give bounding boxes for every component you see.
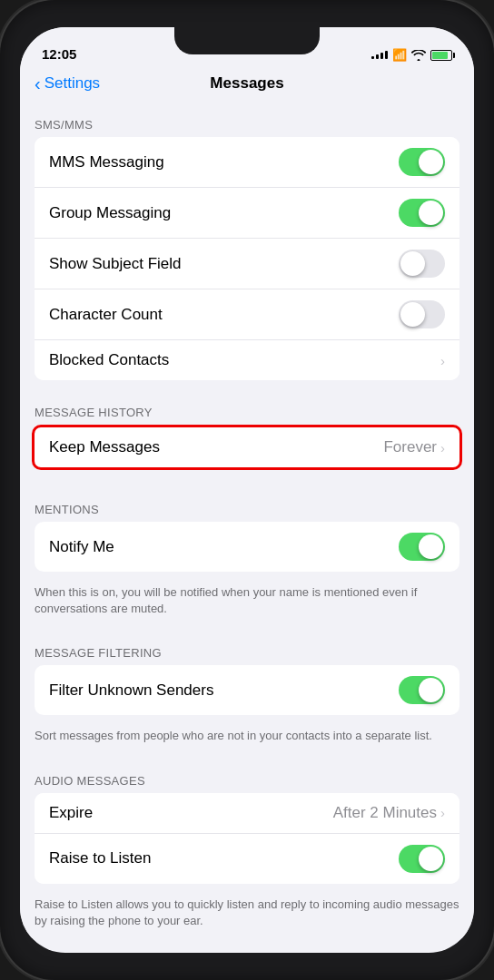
nav-bar: ‹ Settings Messages — [20, 67, 474, 100]
show-subject-field-row[interactable]: Show Subject Field — [35, 239, 459, 289]
mms-messaging-row[interactable]: MMS Messaging — [35, 137, 459, 188]
settings-content: SMS/MMS MMS Messaging Group Messaging Sh… — [20, 100, 474, 938]
toggle-thumb — [419, 534, 443, 559]
audio-description: Raise to Listen allows you to quickly li… — [20, 891, 474, 938]
sms-mms-group: MMS Messaging Group Messaging Show Subje… — [35, 137, 459, 380]
section-header-mentions: MENTIONS — [20, 485, 474, 522]
keep-messages-value: Forever › — [383, 438, 445, 456]
filtering-group: Filter Unknown Senders — [35, 665, 459, 715]
toggle-thumb — [419, 150, 443, 174]
character-count-row[interactable]: Character Count — [35, 289, 459, 340]
chevron-right-icon: › — [440, 440, 445, 456]
raise-to-listen-label: Raise to Listen — [49, 849, 151, 867]
back-label: Settings — [44, 74, 100, 93]
notify-me-toggle[interactable] — [399, 533, 445, 561]
mms-messaging-toggle[interactable] — [399, 148, 445, 176]
show-subject-field-toggle[interactable] — [399, 250, 445, 278]
signal-icon — [371, 51, 388, 59]
expire-label: Expire — [49, 804, 93, 822]
section-header-filtering: MESSAGE FILTERING — [20, 628, 474, 665]
toggle-thumb — [419, 201, 443, 225]
chevron-right-icon: › — [440, 805, 445, 820]
group-messaging-row[interactable]: Group Messaging — [35, 188, 459, 239]
character-count-label: Character Count — [49, 306, 163, 324]
raise-to-listen-toggle[interactable] — [399, 845, 445, 873]
section-header-history: MESSAGE HISTORY — [20, 387, 474, 425]
notify-me-row[interactable]: Notify Me — [35, 522, 459, 572]
mentions-description: When this is on, you will be notified wh… — [20, 579, 474, 628]
mentions-group: Notify Me — [35, 522, 459, 572]
character-count-toggle[interactable] — [399, 300, 445, 328]
back-chevron-icon: ‹ — [35, 74, 41, 93]
expire-value-text: After 2 Minutes — [333, 804, 437, 822]
back-button[interactable]: ‹ Settings — [35, 74, 100, 93]
group-messaging-toggle[interactable] — [399, 199, 445, 227]
group-messaging-label: Group Messaging — [49, 204, 171, 222]
notify-me-label: Notify Me — [49, 538, 114, 556]
wifi-icon — [411, 50, 426, 61]
keep-messages-row[interactable]: Keep Messages Forever › — [32, 425, 462, 470]
keep-messages-value-text: Forever — [383, 438, 437, 456]
toggle-thumb — [419, 847, 443, 871]
raise-to-listen-row[interactable]: Raise to Listen — [35, 834, 459, 884]
blocked-contacts-row[interactable]: Blocked Contacts › — [35, 340, 459, 380]
expire-value: After 2 Minutes › — [333, 804, 445, 822]
toggle-thumb — [400, 251, 425, 276]
filtering-description: Sort messages from people who are not in… — [20, 722, 474, 755]
status-icons: 📶 — [371, 48, 452, 62]
toggle-thumb — [400, 302, 425, 327]
battery-icon — [430, 50, 452, 61]
notch — [174, 27, 320, 54]
page-title: Messages — [210, 74, 283, 93]
wifi-icon: 📶 — [392, 48, 407, 62]
mms-messaging-label: MMS Messaging — [49, 153, 164, 172]
toggle-thumb — [419, 678, 443, 702]
section-header-sms: SMS/MMS — [20, 100, 474, 137]
keep-messages-label: Keep Messages — [49, 438, 160, 456]
battery-fill — [432, 52, 448, 59]
section-header-audio: AUDIO MESSAGES — [20, 756, 474, 793]
expire-row[interactable]: Expire After 2 Minutes › — [35, 793, 459, 834]
chevron-right-icon: › — [440, 353, 445, 368]
show-subject-field-label: Show Subject Field — [49, 255, 182, 273]
spacer — [20, 477, 474, 485]
filter-unknown-senders-row[interactable]: Filter Unknown Senders — [35, 665, 459, 715]
audio-group: Expire After 2 Minutes › Raise to Listen — [35, 793, 459, 884]
phone-screen: 12:05 📶 — [20, 27, 474, 953]
blocked-contacts-label: Blocked Contacts — [49, 351, 169, 369]
status-time: 12:05 — [42, 46, 76, 62]
phone-frame: 12:05 📶 — [0, 0, 494, 980]
blocked-contacts-value: › — [440, 353, 445, 368]
filter-unknown-senders-toggle[interactable] — [399, 676, 445, 704]
filter-unknown-senders-label: Filter Unknown Senders — [49, 681, 213, 700]
